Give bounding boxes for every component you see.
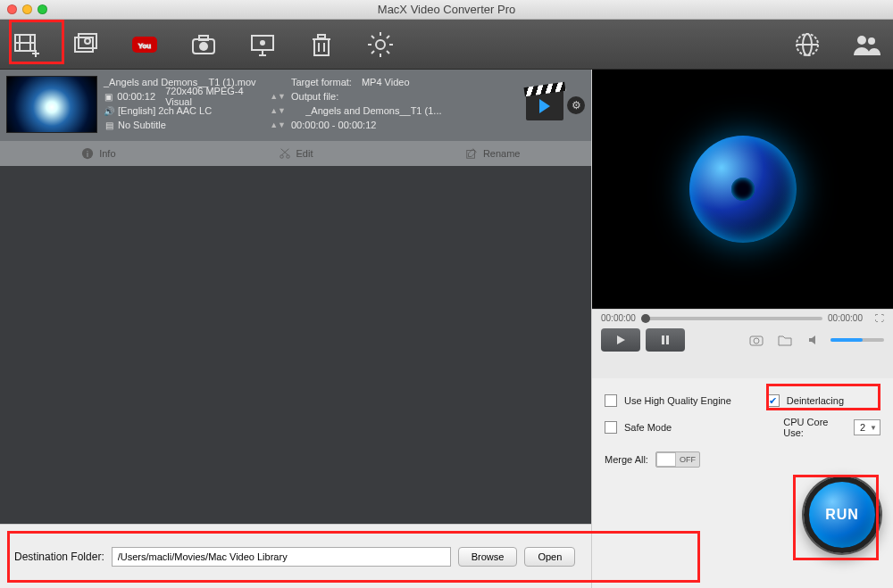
safe-mode-label: Safe Mode [624, 422, 672, 433]
svg-rect-37 [666, 335, 669, 344]
audio-menu-chevron[interactable]: ▲▼ [270, 106, 291, 115]
pause-button[interactable] [646, 328, 685, 352]
output-settings-button[interactable]: ⚙ [567, 96, 585, 114]
svg-point-23 [376, 40, 385, 49]
file-range: 00:00:00 - 00:00:12 [291, 120, 376, 130]
svg-rect-22 [318, 35, 325, 38]
folder-icon [778, 334, 792, 346]
file-audio-spec: [English] 2ch AAC LC [118, 105, 212, 116]
delete-button[interactable] [304, 28, 339, 62]
globe-icon [793, 30, 822, 59]
info-icon: i [81, 147, 94, 160]
svg-point-17 [260, 40, 265, 46]
file-duration: 00:00:12 [117, 91, 155, 102]
rename-button[interactable]: Rename [394, 147, 591, 160]
film-add-icon [13, 30, 41, 59]
trash-icon [307, 30, 336, 59]
svg-point-8 [85, 38, 90, 44]
file-video-spec: 720x406 MPEG-4 Visual [165, 86, 266, 107]
camera-small-icon [749, 334, 764, 346]
main-toolbar: You [0, 20, 893, 70]
about-button[interactable] [848, 28, 884, 62]
video-icon: ▣ [104, 92, 113, 102]
cpu-core-label: CPU Core Use: [783, 417, 847, 438]
merge-all-toggle[interactable]: OFF [655, 451, 700, 468]
info-button[interactable]: i Info [0, 147, 197, 160]
settings-button[interactable] [363, 28, 398, 62]
pause-icon [660, 335, 671, 345]
add-video-button[interactable] [9, 28, 45, 62]
high-quality-checkbox[interactable] [605, 394, 617, 407]
camera-icon [189, 30, 218, 59]
preview-panel: 00:00:00 00:00:00 ⛶ [591, 70, 893, 588]
close-window-button[interactable] [7, 4, 17, 14]
main-area: _Angels and Demons__T1 (1).mov ▣00:00:12… [0, 70, 893, 588]
scissors-icon [279, 147, 291, 160]
play-button[interactable] [601, 328, 640, 352]
target-format-label: Target format: [291, 77, 352, 87]
snapshot-button[interactable] [745, 328, 768, 352]
people-icon [852, 30, 880, 59]
volume-slider[interactable] [830, 338, 884, 342]
timeline-track[interactable] [641, 317, 822, 320]
web-button[interactable] [789, 28, 825, 62]
open-button[interactable]: Open [524, 547, 575, 567]
output-profile-button[interactable] [526, 90, 563, 120]
youtube-button[interactable]: You [127, 28, 163, 62]
edit-button[interactable]: Edit [197, 147, 395, 160]
svg-point-32 [286, 155, 289, 159]
time-end: 00:00:00 [828, 313, 863, 323]
svg-point-28 [868, 37, 875, 45]
svg-point-12 [199, 42, 208, 51]
high-quality-label: Use High Quality Engine [624, 395, 731, 406]
file-action-bar: i Info Edit Rename [0, 141, 591, 166]
subtitle-icon: ▤ [104, 120, 114, 130]
zoom-window-button[interactable] [38, 4, 47, 14]
add-photo-button[interactable] [68, 28, 104, 62]
svg-text:i: i [87, 150, 88, 159]
svg-rect-36 [662, 335, 664, 344]
fullscreen-button[interactable]: ⛶ [875, 313, 884, 323]
output-file-label: Output file: [291, 91, 338, 102]
volume-button[interactable] [802, 328, 825, 352]
screen-record-icon [248, 30, 277, 59]
camera-record-button[interactable] [186, 28, 221, 62]
options-panel: Use High Quality Engine Deinterlacing Sa… [592, 378, 893, 588]
output-file: _Angels and Demons__T1 (1... [305, 105, 441, 116]
titlebar: MacX Video Converter Pro [0, 0, 893, 20]
photo-stack-icon [71, 30, 100, 59]
svg-rect-18 [314, 39, 329, 55]
destination-input[interactable] [112, 547, 451, 567]
file-subtitle: No Subtitle [118, 120, 166, 130]
safe-mode-checkbox[interactable] [605, 421, 617, 434]
video-menu-chevron[interactable]: ▲▼ [270, 92, 291, 101]
window-controls [7, 4, 47, 14]
run-button[interactable]: RUN [804, 476, 880, 553]
destination-label: Destination Folder: [14, 551, 104, 563]
output-settings-group: ⚙ [520, 70, 591, 141]
audio-icon: 🔊 [104, 106, 114, 116]
subtitle-menu-chevron[interactable]: ▲▼ [270, 120, 291, 129]
app-window: MacX Video Converter Pro You [0, 0, 893, 588]
logo-reel-icon [689, 136, 797, 243]
file-item[interactable]: _Angels and Demons__T1 (1).mov ▣00:00:12… [0, 70, 591, 141]
browse-button[interactable]: Browse [458, 547, 518, 567]
transport-controls: 00:00:00 00:00:00 ⛶ [592, 309, 893, 378]
file-thumbnail [7, 77, 96, 132]
snapshot-folder-button[interactable] [773, 328, 797, 352]
svg-point-27 [857, 36, 866, 45]
gear-icon [366, 30, 395, 59]
svg-point-31 [280, 155, 283, 159]
screen-record-button[interactable] [245, 28, 280, 62]
minimize-window-button[interactable] [22, 4, 32, 14]
svg-text:You: You [138, 42, 152, 50]
svg-line-34 [280, 149, 288, 155]
cpu-core-select[interactable]: 2 [854, 419, 880, 435]
deinterlacing-checkbox[interactable] [767, 394, 780, 407]
rename-icon [465, 147, 478, 160]
window-title: MacX Video Converter Pro [0, 3, 893, 16]
file-details: _Angels and Demons__T1 (1).mov ▣00:00:12… [104, 70, 520, 141]
timeline: 00:00:00 00:00:00 ⛶ [601, 313, 884, 323]
file-list-panel: _Angels and Demons__T1 (1).mov ▣00:00:12… [0, 70, 591, 588]
youtube-icon: You [130, 30, 159, 59]
